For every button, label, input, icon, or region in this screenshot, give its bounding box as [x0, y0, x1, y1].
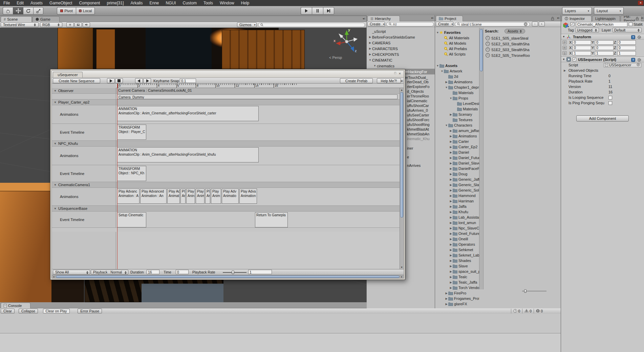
- static-checkbox[interactable]: [629, 22, 632, 26]
- gear-icon[interactable]: [637, 58, 641, 62]
- hand-tool-button[interactable]: [3, 7, 13, 15]
- foldout-icon[interactable]: ▼: [562, 35, 565, 38]
- timeline-event-box[interactable]: Play AdvancAnimation : A: [117, 189, 139, 204]
- foldout-icon[interactable]: ▶: [449, 281, 453, 284]
- hierarchy-item-partial[interactable]: rterDead_Ob: [407, 80, 429, 84]
- sequence-track-animations[interactable]: AnimationsPlay AdvancAnimation : APlay A…: [52, 188, 404, 206]
- foldout-icon[interactable]: ▼: [445, 124, 448, 127]
- scroll-right-icon[interactable]: ▸: [400, 276, 404, 278]
- transform-prefix-r[interactable]: R: [562, 46, 567, 50]
- track-timeline[interactable]: TRANSFORMObject : Player_C: [116, 124, 404, 140]
- panel-menu-icon[interactable]: ▾≡: [641, 17, 643, 20]
- track-timeline[interactable]: ANIMATIONAnimationClip : Anim_Cinematic_…: [116, 105, 404, 124]
- foldout-icon[interactable]: ▶: [368, 47, 372, 50]
- tab-scene[interactable]: # Scene: [1, 16, 32, 22]
- project-tree-item-generic-jaffa[interactable]: ▶Generic_Jaffa: [449, 177, 479, 182]
- clear-search-icon[interactable]: ×: [524, 22, 528, 26]
- usequencer-tab[interactable]: uSequencer: [53, 72, 83, 78]
- track-timeline[interactable]: ANIMATIONAnimationClip : Anim_Cinematic_…: [116, 147, 404, 165]
- tab-hierarchy[interactable]: ☰ Hierarchy: [367, 16, 400, 21]
- gameobject-name-field[interactable]: Cinematic_AfterHackin: [576, 22, 627, 27]
- foldout-icon[interactable]: ▶: [449, 243, 453, 246]
- track-timeline[interactable]: [116, 182, 404, 188]
- play-button[interactable]: [301, 7, 312, 15]
- transform-header[interactable]: ▼ Transform ?: [561, 34, 644, 40]
- foldout-icon[interactable]: ▶: [449, 238, 453, 241]
- scroll-left-icon[interactable]: ◂: [52, 276, 56, 278]
- menu-item-custom[interactable]: Custom: [179, 0, 200, 6]
- sequence-track-animations[interactable]: AnimationsANIMATIONAnimationClip : Anim_…: [52, 105, 404, 124]
- add-component-button[interactable]: Add Component: [576, 115, 629, 122]
- project-tree-item-daniel[interactable]: ▶Daniel: [449, 150, 479, 155]
- sequence-track-row[interactable]: Camera_Dummy: [52, 94, 404, 100]
- axis-z-field[interactable]: 0: [617, 40, 636, 45]
- slider-knob[interactable]: [524, 289, 527, 293]
- keyframe-snap-field[interactable]: 0.1: [180, 79, 196, 83]
- project-tree-item-generic-soldiers[interactable]: ▶Generic_Soldiers: [449, 188, 479, 193]
- project-tree-item-scenary[interactable]: ▶Scenary: [449, 112, 479, 117]
- rotate-tool-button[interactable]: [23, 7, 33, 15]
- project-tree-item-leveldesignpro[interactable]: LevelDesignPro: [453, 101, 479, 106]
- render-channel-dropdown[interactable]: RGB: [40, 22, 62, 27]
- project-tree-item-materials[interactable]: Materials: [453, 106, 479, 112]
- time-field[interactable]: 0: [176, 270, 189, 274]
- foldout-icon[interactable]: ▶: [449, 211, 453, 214]
- gizmos-dropdown[interactable]: Gizmos▾: [237, 22, 257, 27]
- layers-dropdown[interactable]: Layers▾: [562, 7, 592, 15]
- project-tree-item-lab-assistant[interactable]: ▶Lab_Assistant: [449, 215, 479, 220]
- foldout-icon[interactable]: ▼: [54, 142, 57, 145]
- error-count-toggle[interactable]: 0: [534, 309, 545, 313]
- panel-menu-icon[interactable]: ▾≡: [431, 17, 433, 20]
- track-timeline[interactable]: [116, 100, 404, 105]
- slider-knob[interactable]: [232, 270, 234, 274]
- project-scrollbar[interactable]: [479, 28, 484, 289]
- lock-icon[interactable]: [551, 17, 554, 20]
- project-favorite-button[interactable]: [532, 22, 538, 26]
- project-tree-item-tealc-jaffa[interactable]: ▶Tealc_Jaffa: [449, 280, 479, 285]
- project-tree-item-slave[interactable]: ▶Slave: [449, 263, 479, 269]
- warn-count-toggle[interactable]: 0: [522, 309, 534, 313]
- scroll-down-icon[interactable]: ▼: [400, 265, 404, 269]
- axis-y-field[interactable]: 0: [595, 40, 614, 45]
- window-close-icon[interactable]: ×: [399, 71, 401, 75]
- project-tree-item-all-prefabs[interactable]: All Prefabs: [440, 46, 479, 51]
- sequence-track-event-timeline[interactable]: Event TimelineSetup CinematicReturn To G…: [52, 212, 404, 228]
- hierarchy-item-partial[interactable]: iner: [407, 146, 413, 150]
- create-prefab-button[interactable]: Create Prefab: [340, 78, 373, 83]
- hierarchy-item-partial[interactable]: ufuArrives_0: [407, 108, 428, 112]
- sequence-group-player-carter-ep2[interactable]: ▼Player_Carter_ep2: [52, 100, 404, 105]
- timeline-event-box[interactable]: Play AdvancedAnimation : An: [140, 189, 167, 204]
- timeline-event-box[interactable]: Camera_Dummy: [117, 94, 398, 99]
- foldout-icon[interactable]: ▶: [449, 216, 453, 219]
- foldout-icon[interactable]: ▶: [449, 189, 453, 192]
- timeline-event-box[interactable]: ANIMATIONAnimationClip : Anim_Cinematic_…: [117, 106, 259, 121]
- panel-menu-icon[interactable]: ▾≡: [363, 17, 365, 20]
- component-enabled-checkbox[interactable]: ✓: [573, 58, 576, 61]
- axis-z-field[interactable]: 0: [617, 46, 636, 50]
- hierarchy-item-partial[interactable]: erThroneRoo: [407, 94, 429, 98]
- foldout-icon[interactable]: ▶: [449, 151, 453, 154]
- foldout-icon[interactable]: ▼: [449, 97, 453, 100]
- axis-y-field[interactable]: 1: [595, 51, 614, 56]
- foldout-icon[interactable]: ▶: [368, 41, 372, 44]
- foldout-icon[interactable]: ▼: [436, 31, 439, 34]
- foldout-icon[interactable]: ▼: [54, 183, 57, 186]
- project-tree-item-sekmet-lab[interactable]: ▶Sekmet_Lab: [449, 252, 479, 258]
- sequence-stop-button[interactable]: [115, 78, 123, 83]
- scene-lighting-toggle[interactable]: [66, 22, 74, 27]
- sequence-group-cinematiccamera1[interactable]: ▼CinematicCamera1: [52, 182, 404, 188]
- foldout-icon[interactable]: ▼: [436, 64, 439, 67]
- project-tree-item-all-scripts[interactable]: All Scripts: [440, 51, 479, 57]
- scene-audio-toggle[interactable]: [83, 22, 90, 27]
- foldout-icon[interactable]: ▶: [449, 276, 453, 279]
- foldout-icon[interactable]: ▶: [449, 156, 453, 159]
- pause-button[interactable]: [312, 7, 323, 15]
- hierarchy-item-partial[interactable]: rterExploreFo: [407, 85, 430, 89]
- hierarchy-item-partial[interactable]: ufuShootRing: [407, 123, 430, 127]
- foldout-icon[interactable]: ▶: [449, 162, 453, 165]
- static-chevron-icon[interactable]: ▾: [641, 23, 642, 25]
- foldout-icon[interactable]: ▶: [449, 221, 453, 224]
- hierarchy-item-cameras[interactable]: ▶CAMERAS: [367, 40, 435, 46]
- sequence-play-button[interactable]: [107, 78, 115, 83]
- sequence-track-event-timeline[interactable]: Event TimelineTRANSFORMObject : NPC_Kh: [52, 165, 404, 182]
